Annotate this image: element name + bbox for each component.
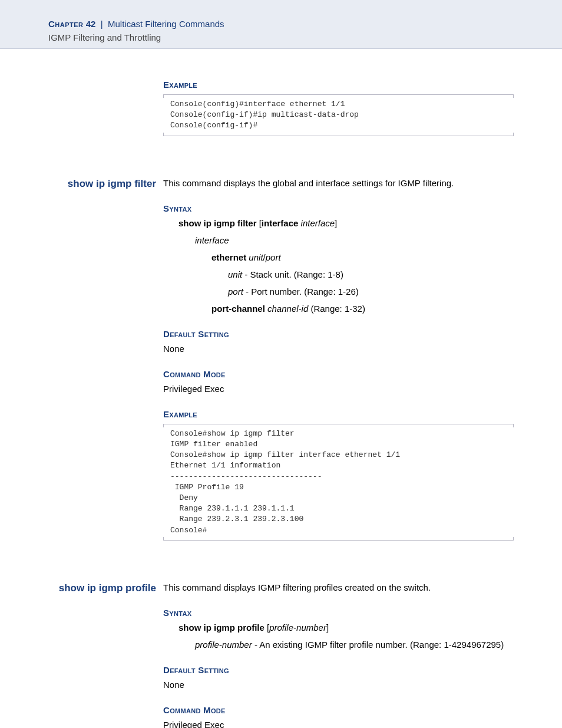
syntax-port: port - Port number. (Range: 1-26) bbox=[178, 285, 514, 298]
default-value: None bbox=[163, 342, 514, 355]
heading-example: Example bbox=[163, 78, 514, 91]
chapter-line: Chapter 42 | Multicast Filtering Command… bbox=[48, 18, 514, 30]
chapter-title: Multicast Filtering Commands bbox=[108, 19, 224, 29]
command-name-profile: show ip igmp profile bbox=[59, 582, 156, 594]
heading-default: Default Setting bbox=[163, 328, 514, 340]
chapter-number: 42 bbox=[86, 19, 96, 29]
command-desc-filter: This command displays the global and int… bbox=[163, 178, 454, 188]
code-text: Console#show ip igmp filter IGMP filter … bbox=[163, 424, 514, 541]
heading-default: Default Setting bbox=[163, 664, 514, 676]
syntax-block-profile: show ip igmp profile [profile-number] pr… bbox=[163, 621, 514, 651]
syntax-interface: interface bbox=[178, 234, 514, 246]
command-row-filter: show ip igmp filter This command display… bbox=[48, 177, 514, 544]
section-example-prev: Example Console(config)#interface ethern… bbox=[48, 78, 514, 140]
syntax-unit: unit - Stack unit. (Range: 1-8) bbox=[178, 268, 514, 281]
chapter-subtitle: IGMP Filtering and Throttling bbox=[48, 31, 514, 44]
command-name-filter: show ip igmp filter bbox=[68, 178, 156, 189]
chapter-sep: | bbox=[101, 19, 103, 29]
code-block: Console#show ip igmp filter IGMP filter … bbox=[163, 424, 514, 541]
mode-value: Privileged Exec bbox=[163, 383, 514, 395]
heading-mode: Command Mode bbox=[163, 368, 514, 380]
code-block: Console(config)#interface ethernet 1/1 C… bbox=[163, 94, 514, 136]
page: Chapter 42 | Multicast Filtering Command… bbox=[0, 0, 562, 728]
syntax-line: show ip igmp filter [interface interface… bbox=[178, 217, 514, 229]
page-content: Example Console(config)#interface ethern… bbox=[0, 78, 562, 728]
syntax-block-filter: show ip igmp filter [interface interface… bbox=[163, 217, 514, 315]
heading-example: Example bbox=[163, 408, 514, 420]
default-value: None bbox=[163, 678, 514, 691]
heading-syntax: Syntax bbox=[163, 607, 514, 619]
mode-value: Privileged Exec bbox=[163, 719, 514, 728]
command-desc-profile: This command displays IGMP filtering pro… bbox=[163, 582, 431, 592]
heading-syntax: Syntax bbox=[163, 202, 514, 215]
chapter-word: Chapter bbox=[48, 19, 84, 29]
syntax-ethernet: ethernet unit/port bbox=[178, 251, 514, 263]
syntax-profile-number: profile-number - An existing IGMP filter… bbox=[178, 638, 514, 651]
syntax-portchannel: port-channel channel-id (Range: 1-32) bbox=[178, 302, 514, 315]
code-text: Console(config)#interface ethernet 1/1 C… bbox=[163, 94, 514, 136]
command-row-profile: show ip igmp profile This command displa… bbox=[48, 581, 514, 728]
page-header: Chapter 42 | Multicast Filtering Command… bbox=[0, 0, 562, 49]
syntax-line: show ip igmp profile [profile-number] bbox=[178, 621, 514, 634]
heading-mode: Command Mode bbox=[163, 704, 514, 716]
